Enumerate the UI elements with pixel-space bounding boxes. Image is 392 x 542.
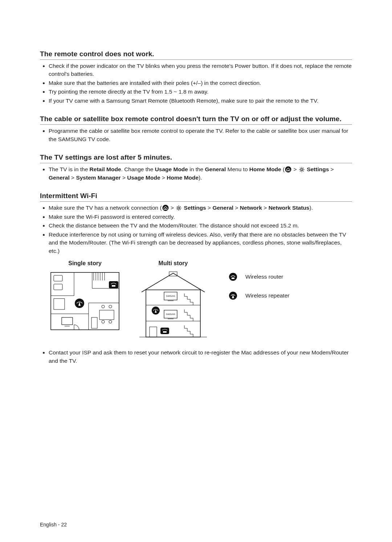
svg-line-19 [180,209,181,210]
text-bold: Usage Mode [127,174,160,181]
svg-point-40 [102,305,105,308]
gear-icon [176,205,182,211]
separator: > [70,174,76,181]
svg-rect-46 [112,285,115,287]
home-icon [162,205,169,211]
diagram-row: Single story [40,260,352,339]
svg-rect-37 [54,284,62,290]
list-item: Reduce interference by not using or turn… [49,231,352,255]
svg-rect-1 [288,170,289,171]
home-icon [285,166,291,173]
list-item: Check the distance between the TV and th… [49,222,352,230]
svg-line-7 [300,168,301,169]
svg-rect-64 [163,331,167,333]
list-item: Contact your ISP and ask them to reset y… [49,349,352,365]
diagram-title: Single story [68,260,102,267]
list-item: The TV is in the Retail Mode. Change the… [49,165,352,182]
text: ). [199,174,202,181]
svg-point-41 [109,305,112,308]
section-title-tv-settings: The TV settings are lost after 5 minutes… [40,153,352,163]
page-footer: English - 22 [40,522,67,527]
svg-rect-38 [54,299,65,309]
text-bold: Retail Mode [90,166,121,172]
text-bold: Network Status [269,205,310,211]
separator: > [121,174,127,181]
bullet-list: Programme the cable or satellite box rem… [40,127,352,143]
diagram-single-story: Single story [49,260,121,332]
footer-page-number: 22 [61,522,67,527]
text-bold: Settings [307,166,329,172]
text-bold: General [49,174,70,181]
text: ( [281,166,285,172]
gear-icon [299,167,305,173]
repeater-icon [229,291,237,300]
svg-line-10 [303,168,304,169]
svg-rect-45 [109,281,118,288]
text-bold: Home Mode [167,174,199,181]
text: The TV is in the [49,166,90,172]
svg-point-2 [301,169,303,171]
list-item: Try pointing the remote directly at the … [49,88,352,96]
svg-rect-12 [165,208,166,209]
svg-rect-55 [150,327,157,337]
separator: > [329,166,334,172]
list-item: Make sure the TV has a network connectio… [49,204,352,212]
svg-text:SAMSUNG: SAMSUNG [166,313,175,315]
diagram-title: Multi story [159,260,188,267]
text: ). [310,205,313,211]
list-item: Check if the power indicator on the TV b… [49,62,352,78]
text: . Change the [121,166,155,172]
legend-row-repeater: Wireless repeater [229,291,289,300]
text-bold: General [212,205,233,211]
svg-rect-48 [62,317,73,325]
separator: > [206,205,213,211]
list-item: If your TV came with a Samsung Smart Rem… [49,97,352,105]
diagram-multi-story: Multi story [139,260,208,339]
legend-label: Wireless repeater [245,292,289,299]
text-bold: Network [240,205,262,211]
svg-line-21 [180,206,181,207]
legend-label: Wireless router [245,274,283,280]
list-item: Programme the cable or satellite box rem… [49,127,352,143]
bullet-list: Make sure the TV has a network connectio… [40,204,352,255]
svg-line-8 [303,171,304,172]
bullet-list: Check if the power indicator on the TV b… [40,62,352,105]
list-item: Make sure the Wi-Fi password is entered … [49,213,352,221]
legend-row-router: Wireless router [229,272,289,281]
svg-rect-36 [54,275,62,281]
bullet-list: The TV is in the Retail Mode. Change the… [40,165,352,182]
separator: > [169,205,176,211]
floorplan-icon [49,270,121,332]
svg-rect-63 [160,328,169,334]
text-bold: Home Mode [249,166,281,172]
router-icon [229,272,237,281]
svg-point-43 [109,320,112,323]
svg-point-13 [178,207,180,209]
svg-rect-52 [169,272,177,276]
separator: > [262,205,269,211]
svg-line-9 [300,171,301,172]
text-bold: General [205,166,226,172]
text-bold: Settings [184,205,206,211]
footer-sep: - [57,522,61,527]
svg-point-65 [229,273,237,281]
section-title-remote: The remote control does not work. [40,50,352,60]
separator: > [160,174,167,181]
text: Make sure the TV has a network connectio… [49,205,162,211]
section-title-cable-remote: The cable or satellite box remote contro… [40,115,352,125]
section-title-wifi: Intermittent Wi-Fi [40,192,352,202]
footer-language: English [40,522,57,527]
bullet-list: Contact your ISP and ask them to reset y… [40,349,352,365]
svg-line-18 [177,206,178,207]
diagram-legend: Wireless router Wireless repeater [229,272,289,300]
svg-text:SAMSUNG: SAMSUNG [166,295,175,297]
text: in the [188,166,205,172]
svg-rect-44 [91,317,97,328]
house-icon: SAMSUNG SAMSUNG [139,270,208,339]
list-item: Make sure that the batteries are install… [49,79,352,87]
svg-rect-66 [232,278,234,279]
separator: > [233,205,240,211]
svg-point-0 [285,167,291,173]
text-bold: System Manager [76,174,121,181]
text-bold: Usage Mode [155,166,188,172]
